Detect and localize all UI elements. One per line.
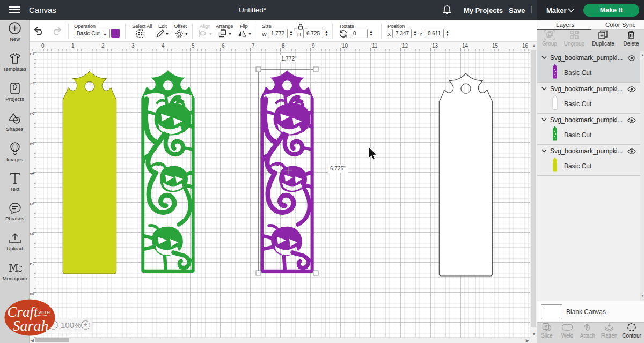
svg-text:Sarah: Sarah [13, 317, 49, 334]
svg-text:WITH: WITH [38, 310, 50, 315]
